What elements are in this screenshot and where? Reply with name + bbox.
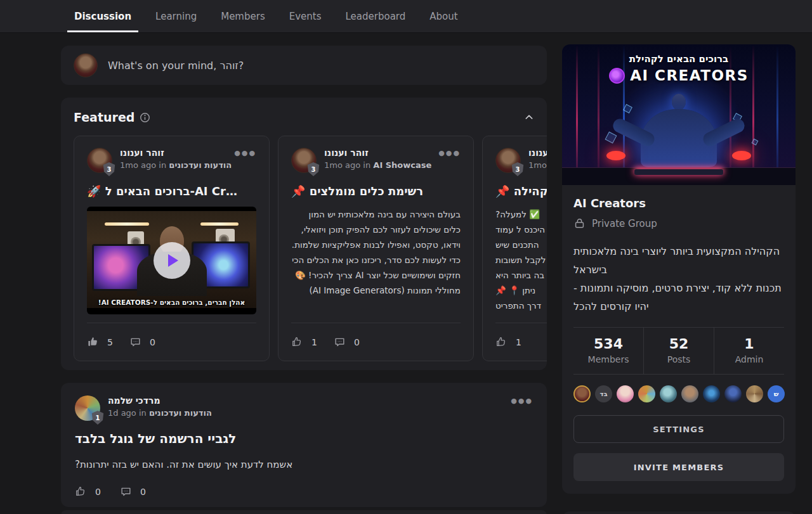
privacy-label: Private Group bbox=[592, 218, 657, 229]
like-count: 0 bbox=[95, 487, 101, 497]
community-page: Discussion Learning Members Events Leade… bbox=[0, 0, 812, 514]
author-name[interactable]: מרדכי שלמה bbox=[108, 395, 212, 406]
like-button[interactable]: 1 bbox=[495, 336, 521, 348]
post-title[interactable]: 📌 רשימת כלים מומלצים bbox=[291, 184, 461, 198]
author-name[interactable]: זוהר וענונו bbox=[324, 148, 431, 158]
video-thumbnail[interactable]: אהלן חברים, ברוכים הבאים ל-AI CREATORS! bbox=[87, 207, 256, 314]
member-avatar[interactable] bbox=[746, 385, 763, 402]
tab-learning[interactable]: Learning bbox=[154, 0, 198, 32]
tab-leaderboard[interactable]: Leaderboard bbox=[344, 0, 407, 32]
featured-card-community[interactable]: 3 זוהר וענונו 1mo ago in הודעות ועדכונים… bbox=[482, 136, 547, 361]
comment-button[interactable]: 0 bbox=[129, 336, 155, 348]
stat-members[interactable]: 534 Members bbox=[573, 328, 643, 374]
tab-about[interactable]: About bbox=[428, 0, 459, 32]
video-caption: אהלן חברים, ברוכים הבאים ל-AI CREATORS! bbox=[87, 299, 256, 306]
thumbs-up-icon bbox=[291, 336, 303, 348]
comment-button[interactable]: 0 bbox=[334, 336, 360, 348]
member-avatars-row: בד ש bbox=[573, 375, 784, 405]
member-avatar[interactable]: ש bbox=[768, 385, 785, 402]
thumbs-up-icon bbox=[75, 485, 87, 498]
comment-icon bbox=[120, 485, 132, 498]
member-avatar[interactable] bbox=[703, 385, 720, 402]
thumbs-up-icon bbox=[87, 336, 99, 348]
more-menu-icon[interactable]: ●●● bbox=[511, 395, 533, 404]
post-body: אשמח לדעת איך עושים את זה. והאם יש בזה י… bbox=[75, 459, 533, 470]
more-menu-icon[interactable]: ●●● bbox=[234, 148, 256, 157]
lock-icon bbox=[573, 217, 586, 229]
tab-events[interactable]: Events bbox=[288, 0, 323, 32]
post-meta: 1mo ago in AI Showcase bbox=[324, 160, 431, 170]
current-user-avatar[interactable] bbox=[74, 53, 98, 77]
brain-logo-icon bbox=[609, 68, 625, 84]
post-meta: 1mo ago in הודעות ועדכונים bbox=[528, 160, 547, 170]
next-post-card-edge bbox=[61, 510, 547, 514]
member-avatar[interactable] bbox=[724, 385, 742, 402]
post-meta: 1d ago in הודעות ועדכונים bbox=[108, 408, 212, 418]
comment-count: 0 bbox=[354, 337, 360, 347]
feed-column: What's on your mind, זוהר? Featured 3 bbox=[61, 46, 547, 85]
feed-post[interactable]: 1 מרדכי שלמה 1d ago in הודעות ועדכונים ●… bbox=[61, 383, 547, 507]
member-avatar[interactable] bbox=[660, 385, 677, 402]
featured-section: Featured 3 זוהר וענונו 1mo ago in הו bbox=[61, 98, 547, 370]
level-badge: 1 bbox=[91, 411, 104, 425]
chevron-up-icon bbox=[524, 112, 534, 122]
settings-button[interactable]: SETTINGS bbox=[573, 415, 784, 443]
featured-card-tools[interactable]: 3 זוהר וענונו 1mo ago in AI Showcase ●●●… bbox=[278, 136, 474, 361]
category-link[interactable]: הודעות ועדכונים bbox=[169, 160, 232, 170]
post-title[interactable]: 🚀 ברוכים הבאים ל-AI Creators bbox=[87, 184, 239, 198]
like-button[interactable]: 1 bbox=[291, 336, 317, 348]
stat-posts[interactable]: 52 Posts bbox=[643, 328, 714, 374]
post-body: בעולם היצירה עם בינה מלאכותית יש המון כל… bbox=[291, 207, 461, 298]
thumbs-up-icon bbox=[495, 336, 508, 348]
group-info-card: ברוכים הבאים לקהילת AI CREATORS AI Creat… bbox=[562, 44, 796, 494]
category-link[interactable]: AI Showcase bbox=[373, 160, 431, 170]
like-button[interactable]: 5 bbox=[87, 336, 113, 348]
post-body: ✅ למעלה? היכנס ל עמוד התכנים שיש לקבל תש… bbox=[495, 207, 547, 313]
like-count: 5 bbox=[107, 337, 113, 347]
member-avatar[interactable] bbox=[573, 385, 591, 402]
like-button[interactable]: 0 bbox=[75, 485, 101, 498]
author-avatar[interactable]: 1 bbox=[75, 395, 100, 421]
member-avatar[interactable]: בד bbox=[595, 385, 612, 402]
stat-admins[interactable]: 1 Admin bbox=[714, 328, 784, 374]
post-composer[interactable]: What's on your mind, זוהר? bbox=[61, 46, 547, 85]
author-avatar[interactable]: 3 bbox=[495, 148, 521, 173]
category-link[interactable]: הודעות ועדכונים bbox=[149, 408, 212, 418]
comment-count: 0 bbox=[150, 337, 155, 347]
level-badge: 3 bbox=[307, 162, 320, 176]
post-title[interactable]: לגביי הרשמה של גוגל בלבד bbox=[75, 431, 533, 446]
member-avatar[interactable] bbox=[617, 385, 634, 402]
invite-members-button[interactable]: INVITE MEMBERS bbox=[573, 453, 784, 481]
author-avatar[interactable]: 3 bbox=[87, 148, 112, 173]
like-count: 1 bbox=[311, 337, 317, 347]
author-name[interactable]: זוהר וענונו bbox=[528, 148, 547, 158]
level-badge: 3 bbox=[511, 162, 524, 176]
group-description: הקהילה המקצועית ביותר ליוצרי בינה מלאכות… bbox=[573, 242, 784, 316]
collapse-featured-button[interactable] bbox=[524, 112, 534, 122]
comment-icon bbox=[334, 336, 346, 348]
tab-members[interactable]: Members bbox=[219, 0, 266, 32]
top-nav: Discussion Learning Members Events Leade… bbox=[0, 0, 812, 33]
author-avatar[interactable]: 3 bbox=[291, 148, 317, 173]
more-menu-icon[interactable]: ●●● bbox=[438, 148, 461, 157]
composer-prompt[interactable]: What's on your mind, זוהר? bbox=[108, 60, 244, 72]
leaderboard-card: Leaderboard (30-days) bbox=[562, 511, 796, 514]
play-button[interactable] bbox=[154, 242, 190, 279]
group-cover-image[interactable]: ברוכים הבאים לקהילת AI CREATORS bbox=[562, 44, 796, 185]
group-sidebar: ברוכים הבאים לקהילת AI CREATORS AI Creat… bbox=[562, 44, 796, 514]
info-icon[interactable] bbox=[140, 112, 150, 123]
post-title[interactable]: 📌 קהילה bbox=[495, 184, 547, 198]
banner-brand-text: AI CREATORS bbox=[630, 67, 749, 84]
featured-card-welcome[interactable]: 3 זוהר וענונו 1mo ago in הודעות ועדכונים… bbox=[74, 136, 270, 361]
tab-discussion[interactable]: Discussion bbox=[73, 0, 133, 32]
group-name: AI Creators bbox=[573, 196, 784, 210]
member-avatar[interactable] bbox=[681, 385, 698, 402]
level-badge: 3 bbox=[103, 162, 115, 176]
group-stats: 534 Members 52 Posts 1 Admin bbox=[573, 327, 784, 375]
comment-button[interactable]: 0 bbox=[120, 485, 146, 498]
post-meta: 1mo ago in הודעות ועדכונים bbox=[120, 160, 226, 170]
featured-cards-row: 3 זוהר וענונו 1mo ago in הודעות ועדכונים… bbox=[74, 136, 547, 361]
author-name[interactable]: זוהר וענונו bbox=[120, 148, 226, 158]
member-avatar[interactable] bbox=[638, 385, 655, 402]
comment-count: 0 bbox=[140, 487, 146, 497]
